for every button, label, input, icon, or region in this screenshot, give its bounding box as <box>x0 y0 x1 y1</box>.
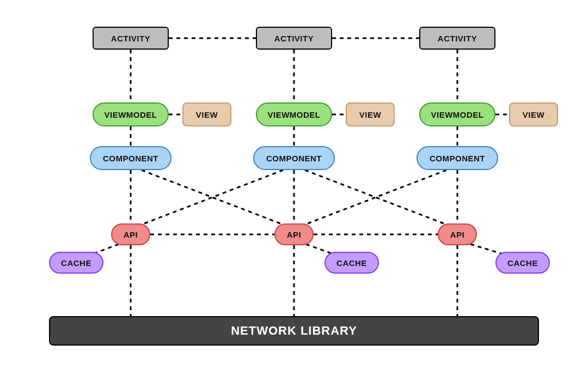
architecture-diagram: ACTIVITY ACTIVITY ACTIVITY VIEWMODEL VIE… <box>0 0 588 375</box>
viewmodel-node: VIEWMODEL <box>93 102 169 126</box>
svg-line-21 <box>306 244 333 254</box>
api-node: API <box>438 223 477 245</box>
view-node: VIEW <box>346 102 395 126</box>
viewmodel-node: VIEWMODEL <box>256 102 332 126</box>
component-node: COMPONENT <box>253 146 335 170</box>
svg-line-15 <box>142 170 283 225</box>
view-node: VIEW <box>182 102 231 126</box>
cache-node: CACHE <box>49 252 103 274</box>
cache-node: CACHE <box>495 252 550 274</box>
network-library-node: NETWORK LIBRARY <box>49 316 539 346</box>
view-node: VIEW <box>509 102 558 126</box>
cache-node: CACHE <box>324 252 379 274</box>
activity-node: ACTIVITY <box>93 27 169 50</box>
svg-line-14 <box>142 170 283 225</box>
svg-line-17 <box>305 170 446 225</box>
activity-node: ACTIVITY <box>256 27 332 50</box>
activity-node: ACTIVITY <box>419 27 495 50</box>
component-node: COMPONENT <box>416 146 498 170</box>
viewmodel-node: VIEWMODEL <box>419 102 495 126</box>
api-node: API <box>274 223 314 245</box>
api-node: API <box>111 223 150 245</box>
svg-line-22 <box>470 244 503 254</box>
component-node: COMPONENT <box>90 146 171 170</box>
svg-line-16 <box>305 170 446 225</box>
